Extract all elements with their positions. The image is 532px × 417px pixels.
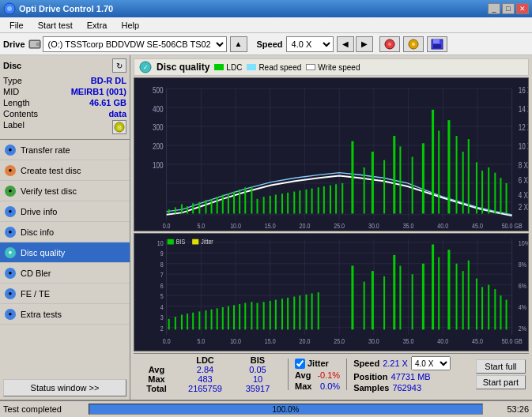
svg-rect-178: [275, 299, 277, 329]
drive-select[interactable]: (O:) TSSTcorp BDDVDW SE-506CB TS02: [43, 36, 227, 52]
extra-tests-icon: ●: [5, 309, 16, 320]
svg-rect-76: [364, 167, 365, 213]
svg-rect-98: [275, 195, 277, 214]
svg-text:400: 400: [153, 103, 164, 113]
speed-up-button[interactable]: ▶: [356, 36, 373, 52]
svg-text:6%: 6%: [519, 280, 527, 289]
position-label: Position: [353, 372, 387, 381]
menu-file[interactable]: File: [3, 19, 30, 32]
svg-text:8: 8: [160, 259, 164, 268]
avg-label: Avg: [137, 365, 176, 374]
maximize-button[interactable]: □: [502, 3, 515, 14]
svg-text:5: 5: [160, 291, 164, 300]
svg-text:5.0: 5.0: [197, 222, 205, 230]
drive-info-icon: ●: [5, 206, 16, 217]
legend-ldc-label: LDC: [226, 63, 242, 72]
titlebar: Opti Drive Control 1.70 _ □ ✕: [0, 0, 532, 17]
sidebar-item-extra-tests[interactable]: ● Extra tests: [0, 304, 130, 325]
jitter-checkbox[interactable]: [295, 359, 305, 369]
sidebar-item-transfer-rate[interactable]: ● Transfer rate: [0, 140, 130, 160]
svg-rect-64: [192, 203, 194, 213]
start-part-button[interactable]: Start part: [476, 375, 526, 389]
svg-rect-193: [422, 263, 424, 329]
svg-text:8%: 8%: [519, 259, 527, 268]
svg-rect-162: [181, 314, 183, 329]
sidebar-item-create-test-disc[interactable]: ● Create test disc: [0, 160, 130, 181]
svg-text:25.0: 25.0: [334, 222, 345, 230]
disc-action-button-2[interactable]: [403, 36, 424, 52]
menu-starttest[interactable]: Start test: [32, 19, 79, 32]
speed-stat-label: Speed: [353, 359, 379, 368]
svg-rect-203: [494, 289, 496, 329]
speed-down-button[interactable]: ◀: [337, 36, 354, 52]
divider-1: [288, 359, 289, 390]
charts-area: 500 400 300 200 100 16 X 14 X 12 X 10 X …: [134, 77, 529, 351]
svg-rect-160: [168, 319, 170, 329]
svg-text:3: 3: [160, 313, 164, 321]
save-button[interactable]: [427, 36, 447, 52]
svg-text:30.0: 30.0: [368, 336, 379, 345]
disc-label-button[interactable]: ⚙: [112, 120, 126, 134]
svg-rect-174: [251, 302, 252, 329]
time-display: 53:26: [489, 404, 529, 414]
svg-rect-195: [438, 257, 440, 329]
drive-eject-button[interactable]: ▲: [230, 36, 247, 52]
transfer-rate-label: Transfer rate: [21, 145, 70, 155]
disc-label-label: Label: [3, 120, 25, 134]
disc-action-button-1[interactable]: [379, 36, 400, 52]
svg-rect-168: [217, 308, 218, 329]
ldc-header: LDC: [179, 355, 231, 365]
svg-text:4: 4: [160, 302, 164, 310]
svg-rect-10: [433, 39, 440, 43]
sidebar-item-disc-info[interactable]: ● Disc info: [0, 222, 130, 242]
sidebar: Disc ↻ Type BD-R DL MID MEIRB1 (001) Len…: [0, 55, 130, 400]
legend-read-speed: Read speed: [247, 63, 301, 72]
menu-help[interactable]: Help: [115, 19, 145, 32]
start-full-button[interactable]: Start full: [476, 359, 526, 374]
samples-value: 762943: [392, 383, 421, 393]
sidebar-item-drive-info[interactable]: ● Drive info: [0, 201, 130, 222]
svg-rect-66: [205, 200, 206, 213]
max-label: Max: [137, 374, 176, 384]
svg-rect-92: [494, 173, 496, 214]
ldc-total: 2165759: [179, 384, 231, 393]
sidebar-item-fe-te[interactable]: ● FE / TE: [0, 284, 130, 304]
speed-select[interactable]: 4.0 X: [286, 36, 334, 52]
svg-rect-201: [481, 287, 483, 329]
svg-rect-199: [468, 260, 470, 329]
svg-rect-65: [198, 202, 200, 214]
svg-text:25.0: 25.0: [334, 336, 345, 345]
contents-label: Contents: [3, 109, 38, 118]
status-text: Test completed: [3, 404, 82, 414]
stats-area: LDC BIS Avg 2.84 0.05 Max 483 10 Total 2…: [134, 353, 529, 396]
disc-refresh-button[interactable]: ↻: [112, 58, 126, 73]
close-button[interactable]: ✕: [516, 3, 529, 14]
svg-rect-68: [217, 197, 218, 213]
drivebar: Drive (O:) TSSTcorp BDDVDW SE-506CB TS02…: [0, 33, 532, 55]
svg-rect-84: [438, 130, 440, 213]
sidebar-item-cd-bler[interactable]: ● CD Bler: [0, 263, 130, 284]
mid-value: MEIRB1 (001): [71, 87, 126, 96]
minimize-button[interactable]: _: [488, 3, 500, 14]
svg-text:300: 300: [153, 122, 164, 132]
upper-chart: 500 400 300 200 100 16 X 14 X 12 X 10 X …: [134, 77, 529, 231]
svg-point-1: [7, 6, 12, 11]
legend-write-speed: Write speed: [306, 63, 360, 72]
app-title: Opti Drive Control 1.70: [19, 4, 485, 13]
fe-te-icon: ●: [5, 288, 16, 299]
svg-rect-83: [432, 110, 434, 214]
sidebar-item-verify-test-disc[interactable]: ● Verify test disc: [0, 181, 130, 201]
sidebar-item-disc-quality[interactable]: ● Disc quality: [0, 242, 130, 263]
menu-extra[interactable]: Extra: [81, 19, 114, 32]
svg-rect-90: [481, 171, 483, 213]
svg-text:7: 7: [160, 270, 164, 279]
svg-rect-185: [318, 292, 319, 329]
svg-text:500: 500: [153, 85, 164, 94]
speed-stat-select[interactable]: 4.0 X: [411, 356, 451, 370]
bis-total: 35917: [234, 384, 281, 393]
svg-rect-173: [244, 302, 246, 329]
bis-max: 10: [234, 374, 281, 384]
legend-ldc-color: [214, 64, 224, 70]
extra-tests-label: Extra tests: [21, 310, 62, 319]
status-window-button[interactable]: Status window >>: [3, 379, 126, 396]
